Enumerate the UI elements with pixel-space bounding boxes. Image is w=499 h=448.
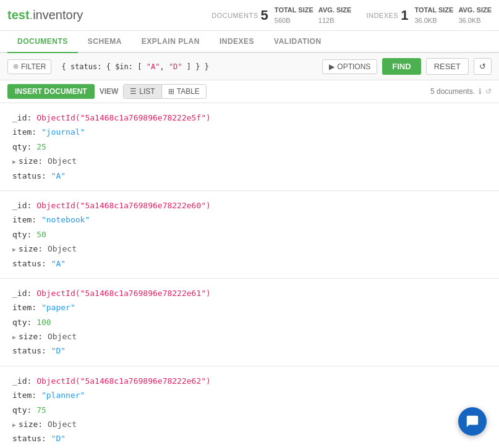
documents-total-size: 560B (275, 15, 313, 26)
filter-button[interactable]: ⊗ FILTER (7, 59, 51, 74)
table-row: _id: ObjectId("5a1468c1a769896e78222e62"… (0, 366, 499, 448)
field-qty: qty: 100 (12, 315, 487, 329)
table-row: _id: ObjectId("5a1468c1a769896e78222e60"… (0, 191, 499, 279)
header: test.inventory DOCUMENTS 5 TOTAL SIZE 56… (0, 0, 499, 31)
indexes-label: INDEXES (366, 12, 398, 19)
action-bar: INSERT DOCUMENT VIEW ☰ LIST ⊞ TABLE 5 do… (0, 80, 499, 103)
documents-count: 5 (261, 7, 268, 23)
tab-validation[interactable]: VALIDATION (264, 31, 331, 53)
refresh-icon: ↺ (479, 62, 486, 71)
list-icon: ☰ (130, 87, 137, 96)
tab-documents[interactable]: DOCUMENTS (7, 31, 78, 53)
field-status: status: "A" (12, 256, 487, 271)
table-row: _id: ObjectId("5a1468c1a769896e78222e61"… (0, 279, 499, 366)
find-button[interactable]: FIND (382, 58, 420, 75)
options-label: OPTIONS (337, 62, 370, 71)
field-qty: qty: 50 (12, 227, 487, 242)
table-icon: ⊞ (168, 87, 174, 96)
title-inventory: inventory (33, 8, 83, 22)
options-arrow-icon: ▶ (329, 62, 335, 71)
field-size: ▶size: Object (12, 154, 487, 168)
indexes-avg-detail: AVG. SIZE 36.0KB (458, 5, 492, 25)
documents-avg-size: 112B (318, 15, 352, 26)
info-icon: ℹ (479, 87, 482, 96)
field-size: ▶size: Object (12, 329, 487, 344)
title-test: test (7, 8, 30, 22)
field-item: item: "notebook" (12, 213, 487, 227)
field-id: _id: ObjectId("5a1468c1a769896e78222e60"… (12, 198, 487, 213)
options-button[interactable]: ▶ OPTIONS (322, 59, 377, 74)
indexes-total-detail: TOTAL SIZE 36.0KB (414, 5, 453, 25)
indexes-total-size-label: TOTAL SIZE (414, 5, 453, 15)
filter-icon: ⊗ (13, 62, 19, 70)
documents-stats: DOCUMENTS 5 TOTAL SIZE 560B AVG. SIZE 11… (211, 5, 351, 25)
expand-icon[interactable]: ▶ (12, 246, 16, 253)
field-id: _id: ObjectId("5a1468c1a769896e78222e61"… (12, 286, 487, 300)
indexes-avg-size-label: AVG. SIZE (458, 5, 492, 15)
doc-count-text: 5 documents. (430, 87, 475, 96)
documents-size-detail: TOTAL SIZE 560B (275, 5, 313, 25)
documents-total-size-label: TOTAL SIZE (275, 5, 313, 15)
documents-list: _id: ObjectId("5a1468c1a769896e78222e5f"… (0, 103, 499, 448)
field-id: _id: ObjectId("5a1468c1a769896e78222e62"… (12, 374, 487, 388)
document-count-display: 5 documents. ℹ ↺ (430, 87, 492, 96)
field-item: item: "journal" (12, 125, 487, 139)
expand-icon[interactable]: ▶ (12, 334, 16, 340)
view-label: VIEW (100, 87, 119, 96)
field-size: ▶size: Object (12, 242, 487, 256)
field-status: status: "A" (12, 169, 487, 183)
field-item: item: "paper" (12, 300, 487, 315)
expand-icon[interactable]: ▶ (12, 158, 16, 165)
indexes-count: 1 (401, 7, 408, 23)
list-label: LIST (139, 87, 155, 96)
documents-label: DOCUMENTS (211, 12, 258, 19)
indexes-avg-size: 36.0KB (458, 15, 492, 26)
field-item: item: "planner" (12, 388, 487, 402)
refresh-docs-icon[interactable]: ↺ (485, 87, 492, 96)
table-label: TABLE (177, 87, 200, 96)
indexes-total-size: 36.0KB (414, 15, 453, 26)
field-status: status: "D" (12, 431, 487, 446)
documents-avg-size-label: AVG. SIZE (318, 5, 352, 15)
documents-avg-detail: AVG. SIZE 112B (318, 5, 352, 25)
field-qty: qty: 25 (12, 140, 487, 154)
field-size: ▶size: Object (12, 417, 487, 431)
insert-document-button[interactable]: INSERT DOCUMENT (7, 84, 95, 99)
tab-indexes[interactable]: INDEXES (210, 31, 264, 53)
field-id: _id: ObjectId("5a1468c1a769896e78222e5f"… (12, 111, 487, 125)
view-table-button[interactable]: ⊞ TABLE (162, 85, 206, 98)
field-qty: qty: 75 (12, 403, 487, 417)
view-list-button[interactable]: ☰ LIST (124, 85, 161, 98)
refresh-button[interactable]: ↺ (474, 58, 492, 75)
query-toolbar: ⊗ FILTER { status: { $in: [ "A", "D" ] }… (0, 53, 499, 80)
query-display: { status: { $in: [ "A", "D" ] } } (56, 60, 317, 74)
table-row: _id: ObjectId("5a1468c1a769896e78222e5f"… (0, 103, 499, 191)
view-toggle: ☰ LIST ⊞ TABLE (123, 84, 206, 99)
tabs: DOCUMENTS SCHEMA EXPLAIN PLAN INDEXES VA… (0, 31, 499, 53)
chat-icon (466, 415, 479, 428)
indexes-stats: INDEXES 1 TOTAL SIZE 36.0KB AVG. SIZE 36… (366, 5, 492, 25)
filter-label: FILTER (21, 62, 46, 71)
field-status: status: "D" (12, 344, 487, 358)
app-title: test.inventory (7, 8, 83, 22)
expand-icon[interactable]: ▶ (12, 421, 16, 428)
tab-schema[interactable]: SCHEMA (78, 31, 132, 53)
tab-explain-plan[interactable]: EXPLAIN PLAN (132, 31, 210, 53)
chat-bubble-button[interactable] (458, 407, 487, 436)
reset-button[interactable]: RESET (426, 58, 469, 75)
